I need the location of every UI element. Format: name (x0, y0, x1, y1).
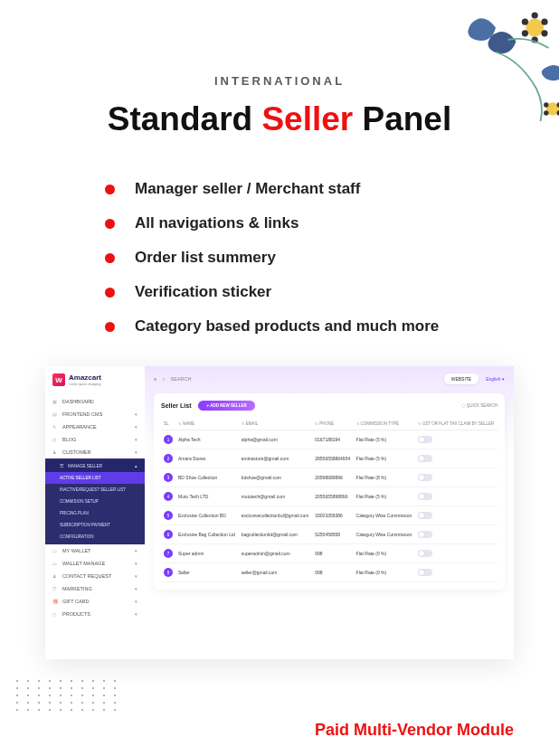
search-label[interactable]: SEARCH (171, 376, 192, 382)
nav-label: PRODUCTS (62, 611, 90, 617)
chevron-down-icon: ▾ (135, 586, 137, 591)
nav-item[interactable]: ◻PRODUCTS▾ (45, 608, 145, 620)
add-seller-button[interactable]: + ADD NEW SELLER (198, 401, 254, 411)
nav-item[interactable]: ◴BLOG▾ (45, 433, 145, 446)
nav-label: MARKETING (62, 586, 92, 591)
nav-icon: ☷ (52, 586, 58, 591)
sort-icon: ⇅ (315, 421, 317, 426)
cell-email: exclusivecollectionbd@gmail.com (239, 506, 313, 525)
column-header[interactable]: ⇅GST OR FLAT TAX CLAIM BY SELLER (415, 418, 497, 430)
column-header[interactable]: ⇅PHONE (312, 418, 353, 430)
nav-item[interactable]: ▭MY WALLET▾ (45, 544, 145, 557)
nav-label: APPEARANCE (62, 424, 97, 430)
table-row: 7Super adminsuperadmin@gmail.com098Flat … (161, 544, 497, 563)
cell-name: Amara Stores (175, 449, 239, 468)
cell-email: alpha@gmail.com (239, 430, 313, 449)
toggle-switch[interactable] (418, 569, 432, 576)
feature-text: Manager seller / Merchant staff (135, 180, 360, 198)
submenu-header[interactable]: ☰MANAGE SELLER ▴ (45, 460, 145, 472)
seller-list-card: Seller List + ADD NEW SELLER ◌ QUICK SEA… (154, 393, 505, 590)
chevron-down-icon: ▾ (135, 573, 137, 579)
menu-icon: ☰ (60, 464, 63, 468)
row-number-badge: 1 (164, 435, 173, 444)
toggle-switch[interactable] (418, 474, 432, 481)
svg-point-5 (532, 12, 538, 18)
nav-label: CUSTOMER (62, 449, 90, 455)
table-row: 8Sellerseller@gmail.com098Flat Rate (0 %… (161, 563, 497, 582)
toggle-switch[interactable] (418, 550, 432, 557)
hamburger-icon[interactable]: ≡ (154, 376, 156, 382)
nav-icon: ◴ (52, 437, 58, 442)
toggle-switch[interactable] (418, 455, 432, 462)
cell-name: Exclusive Bag Collection Ltd (175, 525, 239, 544)
bullet-icon (105, 219, 115, 229)
submenu-item[interactable]: COMMISION SETUP (45, 496, 145, 507)
nav-item[interactable]: ☷MARKETING▾ (45, 582, 145, 595)
brand-name: Amazcart (69, 373, 101, 382)
bullet-icon (105, 184, 115, 194)
column-header[interactable]: ⇅EMAIL (239, 418, 313, 430)
svg-point-10 (544, 110, 548, 115)
row-number-badge: 8 (164, 568, 173, 577)
cell-commission: Flat Rate (0 %) (354, 563, 415, 582)
row-number-badge: 3 (164, 473, 173, 482)
quick-search[interactable]: ◌ QUICK SEARCH (461, 403, 497, 408)
nav-label: MY WALLET (62, 548, 90, 553)
column-header[interactable]: SL (161, 418, 175, 430)
nav-item[interactable]: ▦DASHBOARD (45, 395, 145, 408)
submenu-item[interactable]: PRICING PLAN (45, 507, 145, 519)
toggle-switch[interactable] (418, 436, 432, 443)
website-pill[interactable]: WEBSITE (444, 373, 479, 384)
nav-item[interactable]: ▤FRONTEND CMS▾ (45, 408, 145, 421)
nav-item[interactable]: ✎APPEARANCE▾ (45, 421, 145, 433)
cell-commission: Flat Rate (0 %) (354, 544, 415, 563)
search-icon[interactable]: ○ (162, 376, 165, 382)
toggle-switch[interactable] (418, 531, 432, 538)
nav-submenu: ☰MANAGE SELLER ▴ ACTIVE SELLER LISTINACT… (45, 458, 145, 544)
table-row: 1Alpha Techalpha@gmail.com0167188194Flat… (161, 430, 497, 449)
cell-commission: Flat Rate (8 %) (354, 468, 415, 487)
topbar: ≡ ○ SEARCH WEBSITE English ▾ (154, 373, 505, 384)
column-header[interactable]: ⇅NAME (175, 418, 239, 430)
submenu-item[interactable]: ACTIVE SELLER LIST (45, 472, 145, 484)
submenu-item[interactable]: INACTIVE/REQUEST SELLER LIST (45, 484, 145, 496)
table-row: 6Exclusive Bag Collection Ltdbagcollecti… (161, 525, 497, 544)
cell-email: mototech@gmail.com (239, 487, 313, 506)
nav-item[interactable]: ♟CONTACT REQUEST▾ (45, 570, 145, 582)
chevron-down-icon: ▾ (135, 424, 137, 430)
svg-point-0 (526, 19, 544, 37)
footer-label: Paid Multi-Vendor Module (315, 721, 514, 740)
sort-icon: ⇅ (356, 421, 359, 426)
table-row: 4Moto Tech LTDmototech@gmail.com20556558… (161, 487, 497, 506)
feature-item: Verification sticker (105, 283, 559, 301)
column-header[interactable]: ⇅COMMISSION TYPE (354, 418, 415, 430)
nav-secondary: ▭MY WALLET▾▭WALLET MANAGE▾♟CONTACT REQUE… (45, 544, 145, 620)
toggle-switch[interactable] (418, 493, 432, 500)
cell-email: superadmin@gmail.com (239, 544, 313, 563)
decorative-dots (16, 680, 119, 711)
submenu-item[interactable]: CONFIGURATION (45, 531, 145, 543)
nav-icon: ♟ (52, 449, 58, 455)
nav-item[interactable]: ♟CUSTOMER▾ (45, 446, 145, 458)
svg-point-2 (541, 19, 547, 25)
seller-table: SL⇅NAME⇅EMAIL⇅PHONE⇅COMMISSION TYPE⇅GST … (161, 418, 497, 582)
feature-text: All navigations & links (135, 214, 298, 232)
bullet-icon (105, 322, 115, 332)
toggle-switch[interactable] (418, 512, 432, 519)
feature-text: Order list summery (135, 249, 276, 267)
brand[interactable]: W Amazcart Lorem ipsum shopping (45, 366, 145, 395)
row-number-badge: 2 (164, 454, 173, 463)
language-selector[interactable]: English ▾ (486, 376, 505, 382)
svg-point-1 (522, 19, 528, 25)
nav-icon: 🎁 (52, 599, 58, 604)
submenu-item[interactable]: SUBSCRIPTION PAYMENT (45, 519, 145, 531)
cell-email: bagcollectionltd@gmail.com (239, 525, 313, 544)
nav-item[interactable]: 🎁GIFT CARD▾ (45, 595, 145, 608)
cell-commission: Category Wise Commission (354, 525, 415, 544)
floral-decoration (414, 0, 559, 154)
chevron-down-icon: ▾ (135, 561, 137, 566)
chevron-down-icon: ▾ (135, 611, 137, 617)
row-number-badge: 4 (164, 492, 173, 501)
table-row: 3BD Shoe Collectionbdshoe@gmail.com20598… (161, 468, 497, 487)
nav-item[interactable]: ▭WALLET MANAGE▾ (45, 557, 145, 570)
